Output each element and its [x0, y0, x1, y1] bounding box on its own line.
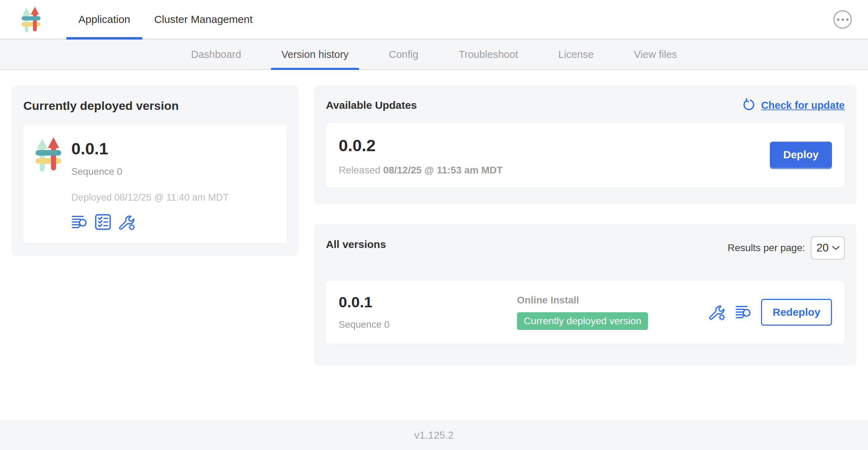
subnav-tab-dashboard[interactable]: Dashboard	[180, 40, 252, 69]
edit-config-icon[interactable]	[709, 304, 725, 320]
row-version-number: 0.0.1	[339, 294, 517, 310]
subnav-tab-troubleshoot[interactable]: Troubleshoot	[448, 40, 529, 69]
view-logs-icon[interactable]	[71, 214, 87, 230]
deploy-button[interactable]: Deploy	[770, 142, 832, 168]
results-per-page-label: Results per page:	[728, 242, 805, 254]
console-version: v1.125.2	[414, 430, 453, 441]
all-versions-card: All versions Results per page: 20 0.0.1 …	[314, 224, 856, 366]
currently-deployed-card: Currently deployed version 0.0.1 Sequenc…	[12, 85, 298, 256]
check-for-update-label: Check for update	[761, 100, 845, 111]
all-versions-title: All versions	[326, 238, 386, 250]
preflight-checks-icon[interactable]	[95, 214, 111, 230]
app-footer: v1.125.2	[0, 420, 868, 450]
ellipsis-menu-icon[interactable]	[833, 10, 852, 29]
tab-cluster-management[interactable]: Cluster Management	[142, 0, 264, 39]
app-subnav: Dashboard Version history Config Trouble…	[0, 40, 868, 70]
results-per-page-select[interactable]: 20	[811, 236, 845, 260]
app-logo-icon	[21, 6, 41, 32]
released-prefix: Released	[339, 165, 380, 176]
deployed-actions	[71, 214, 229, 230]
check-for-update-link[interactable]: Check for update	[742, 98, 845, 112]
app-logo	[21, 0, 41, 39]
version-row: 0.0.1 Sequence 0 Online Install Currentl…	[326, 281, 845, 344]
main-content: Currently deployed version 0.0.1 Sequenc…	[0, 70, 868, 420]
edit-config-icon[interactable]	[119, 214, 135, 230]
app-logo-icon	[35, 137, 62, 172]
tab-application-label: Application	[78, 13, 130, 25]
refresh-icon	[742, 98, 756, 112]
currently-deployed-title: Currently deployed version	[23, 99, 287, 113]
subnav-tab-license[interactable]: License	[548, 40, 604, 69]
app-header: Application Cluster Management	[0, 0, 868, 40]
update-version-number: 0.0.2	[339, 136, 503, 155]
subnav-tab-view-files[interactable]: View files	[623, 40, 688, 69]
available-updates-title: Available Updates	[326, 99, 417, 111]
currently-deployed-badge: Currently deployed version	[517, 312, 648, 330]
row-actions: Redeploy	[709, 299, 832, 326]
subnav-tab-config[interactable]: Config	[378, 40, 429, 69]
available-updates-card: Available Updates Check for update 0.0.2…	[314, 85, 856, 204]
tab-cluster-management-label: Cluster Management	[154, 13, 252, 25]
deployed-version-number: 0.0.1	[71, 140, 229, 158]
subnav-tab-version-history[interactable]: Version history	[271, 40, 359, 69]
available-update-row: 0.0.2 Released 08/12/25 @ 11:53 am MDT D…	[326, 123, 845, 188]
released-date: 08/12/25 @ 11:53 am MDT	[383, 165, 503, 176]
chevron-down-icon	[832, 245, 840, 250]
results-per-page-value: 20	[816, 242, 828, 254]
view-logs-icon[interactable]	[735, 304, 751, 320]
update-released-line: Released 08/12/25 @ 11:53 am MDT	[339, 165, 503, 176]
tab-application[interactable]: Application	[66, 0, 142, 39]
row-sequence: Sequence 0	[339, 319, 517, 330]
deployed-version-panel: 0.0.1 Sequence 0 Deployed 08/12/25 @ 11:…	[23, 125, 287, 243]
deployed-sequence: Sequence 0	[71, 166, 229, 177]
deployed-timestamp: Deployed 08/12/25 @ 11:40 am MDT	[71, 192, 229, 203]
header-tabs: Application Cluster Management	[66, 0, 264, 39]
redeploy-button[interactable]: Redeploy	[761, 299, 832, 326]
results-per-page: Results per page: 20	[728, 236, 845, 260]
row-install-type: Online Install	[517, 295, 709, 306]
